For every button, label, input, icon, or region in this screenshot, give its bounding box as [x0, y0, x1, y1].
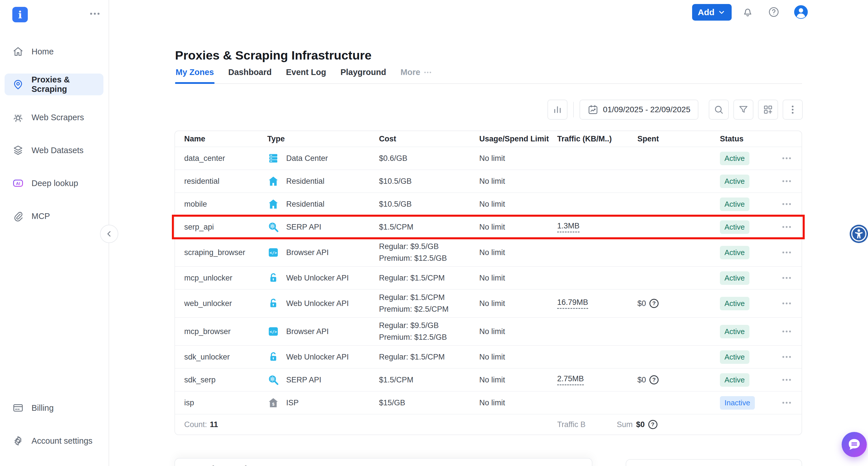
row-actions-button[interactable]: [781, 272, 793, 284]
tab-event-log[interactable]: Event Log: [285, 68, 327, 83]
tab-bar: My ZonesDashboardEvent LogPlaygroundMore: [175, 68, 802, 84]
sum-help-icon[interactable]: ?: [648, 420, 657, 429]
spent-help-icon[interactable]: ?: [649, 375, 659, 385]
zone-type-icon: [267, 198, 279, 210]
avatar[interactable]: [794, 5, 808, 20]
row-actions-button[interactable]: [781, 247, 793, 258]
tab-dashboard[interactable]: Dashboard: [228, 68, 272, 83]
zone-type-cell: $ ISP: [267, 397, 379, 409]
sidebar-item-account-settings[interactable]: Account settings: [5, 430, 103, 452]
zone-traffic-value[interactable]: 16.79MB: [557, 298, 588, 309]
sidebar-item-proxies-scraping[interactable]: Proxies & Scraping: [5, 73, 103, 95]
sidebar-collapse-button[interactable]: [100, 225, 118, 243]
table-row-mcp_unlocker[interactable]: mcp_unlocker Web Unlocker API Regular: $…: [175, 266, 802, 289]
zone-type-icon: [267, 374, 279, 386]
column-header-type: Type: [267, 135, 379, 143]
app-logo-letter: i: [18, 9, 22, 21]
table-row-sdk_unlocker[interactable]: sdk_unlocker Web Unlocker API Regular: $…: [175, 345, 802, 368]
sidebar-item-web-datasets[interactable]: Web Datasets: [5, 139, 103, 161]
zones-table: NameTypeCostUsage/Spend LimitTraffic (KB…: [175, 131, 802, 435]
zone-cost: Regular: $1.5/CPM: [379, 274, 479, 282]
location-pin-icon: [12, 79, 24, 90]
table-row-isp[interactable]: isp $ ISP $15/GB No limit Inactive: [175, 391, 802, 414]
zone-usage-limit: No limit: [479, 299, 554, 308]
more-options-button[interactable]: [783, 100, 803, 120]
table-header-row: NameTypeCostUsage/Spend LimitTraffic (KB…: [175, 131, 802, 146]
svg-text:AI: AI: [16, 181, 20, 186]
zone-cost-line: Regular: $1.5/CPM: [379, 353, 445, 362]
sidebar-item-billing[interactable]: Billing: [5, 397, 103, 419]
zone-type-label: ISP: [286, 398, 299, 407]
sidebar-item-deep-lookup[interactable]: AIDeep lookup: [5, 172, 103, 194]
spent-help-icon[interactable]: ?: [649, 299, 659, 308]
row-actions-button[interactable]: [781, 298, 793, 309]
sidebar-item-home[interactable]: Home: [5, 41, 103, 62]
table-row-web_unlocker[interactable]: web_unlocker Web Unlocker API Regular: $…: [175, 289, 802, 317]
row-actions-button[interactable]: [781, 326, 793, 337]
row-actions-button[interactable]: [781, 153, 793, 164]
zone-actions-cell: [757, 326, 793, 337]
zone-status-cell: Active: [688, 175, 757, 188]
table-row-data_center[interactable]: data_center Data Center $0.6/GB No limit…: [175, 146, 802, 169]
table-row-serp_api[interactable]: serp_api SERP API $1.5/CPM No limit 1.3M…: [175, 215, 802, 238]
filter-button[interactable]: [733, 100, 753, 120]
notifications-bell-icon[interactable]: [742, 6, 754, 18]
columns-button[interactable]: [758, 100, 778, 120]
zone-status-cell: Active: [688, 325, 757, 338]
zone-type-label: Residential: [286, 200, 324, 209]
row-actions-button[interactable]: [781, 374, 793, 386]
svg-text:</>: </>: [270, 329, 277, 334]
tab-my-zones[interactable]: My Zones: [175, 68, 215, 83]
sidebar-menu-icon[interactable]: [89, 7, 101, 20]
sidebar-item-label: Billing: [32, 403, 54, 413]
zone-traffic-value[interactable]: 2.75MB: [557, 374, 584, 385]
status-badge: Active: [720, 373, 749, 387]
zone-name: scraping_browser: [184, 248, 267, 257]
zone-cost-line: $10.5/GB: [379, 177, 412, 186]
zone-cost: $0.6/GB: [379, 154, 479, 163]
zone-type-cell: Residential: [267, 175, 379, 187]
date-range-button[interactable]: 01/09/2025 - 22/09/2025: [580, 100, 699, 120]
status-badge: Active: [720, 246, 749, 259]
table-row-mobile[interactable]: mobile Residential $10.5/GB No limit Act…: [175, 192, 802, 215]
chat-widget-button[interactable]: [842, 432, 867, 457]
tab-more[interactable]: More: [400, 68, 433, 83]
sidebar-item-mcp[interactable]: MCP: [5, 205, 103, 227]
zone-actions-cell: [757, 153, 793, 164]
zone-actions-cell: [757, 198, 793, 210]
gear-icon: [12, 435, 24, 446]
zone-usage-limit: No limit: [479, 248, 554, 257]
table-row-residential[interactable]: residential Residential $10.5/GB No limi…: [175, 169, 802, 192]
sidebar-item-web-scrapers[interactable]: Web Scrapers: [5, 106, 103, 128]
ellipsis-icon: [423, 68, 432, 77]
zone-cost-line: $1.5/CPM: [379, 223, 413, 232]
zone-type-cell: Web Unlocker API: [267, 351, 379, 363]
row-actions-button[interactable]: [781, 351, 793, 363]
zone-type-icon: [267, 272, 279, 284]
row-actions-button[interactable]: [781, 175, 793, 187]
help-icon[interactable]: [768, 6, 780, 18]
zone-status-cell: Active: [688, 152, 757, 165]
app-logo[interactable]: i: [12, 7, 28, 22]
table-row-scraping_browser[interactable]: scraping_browser </> Browser API Regular…: [175, 238, 802, 266]
sidebar-nav: HomeProxies & ScrapingWeb ScrapersWeb Da…: [0, 41, 108, 238]
zone-usage-limit: No limit: [479, 200, 554, 209]
zone-cost: $10.5/GB: [379, 200, 479, 209]
search-button[interactable]: [709, 100, 729, 120]
row-actions-button[interactable]: [781, 397, 793, 408]
row-actions-button[interactable]: [781, 198, 793, 210]
chart-view-button[interactable]: [548, 100, 567, 120]
zone-cost-line: $1.5/CPM: [379, 375, 413, 385]
spent-summary: Sum $0 ?: [617, 420, 688, 429]
add-button[interactable]: Add: [692, 4, 732, 21]
tab-playground[interactable]: Playground: [340, 68, 387, 83]
zone-traffic-value[interactable]: 1.3MB: [557, 222, 580, 232]
table-row-mcp_browser[interactable]: mcp_browser </> Browser API Regular: $9.…: [175, 317, 802, 345]
row-count: Count: 11: [184, 420, 267, 429]
count-label: Count:: [184, 420, 207, 429]
add-button-label: Add: [698, 7, 714, 17]
accessibility-widget-button[interactable]: [850, 225, 868, 243]
table-row-sdk_serp[interactable]: sdk_serp SERP API $1.5/CPM No limit 2.75…: [175, 368, 802, 391]
status-badge: Active: [720, 351, 749, 364]
row-actions-button[interactable]: [781, 221, 793, 233]
